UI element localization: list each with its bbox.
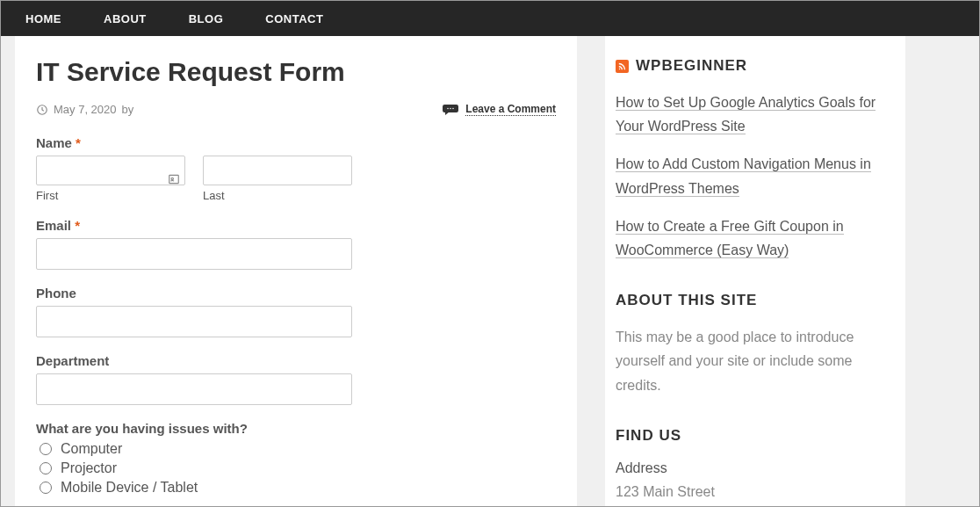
email-input[interactable] [36,238,352,270]
svg-point-5 [171,177,173,179]
phone-input[interactable] [36,306,352,337]
department-input[interactable] [36,373,352,405]
last-sublabel: Last [203,189,352,202]
first-sublabel: First [36,189,185,202]
svg-rect-4 [169,175,179,183]
issue-radio-projector[interactable] [40,462,52,474]
email-label: Email * [36,218,556,233]
svg-point-1 [448,107,450,109]
address-line1: 123 Main Street [616,480,891,503]
feed-link-1[interactable]: How to Add Custom Navigation Menus in Wo… [616,156,871,196]
feed-link-2[interactable]: How to Create a Free Gift Coupon in WooC… [616,219,844,258]
nav-home[interactable]: HOME [25,12,61,25]
contact-card-icon [168,173,180,185]
comment-icon [443,104,458,116]
issue-option-mobile: Mobile Device / Tablet [61,480,198,496]
leave-comment-link[interactable]: Leave a Comment [465,103,556,116]
last-name-input[interactable] [203,156,352,185]
top-nav: HOME ABOUT BLOG CONTACT [1,1,979,36]
post-by: by [122,103,134,116]
about-text: This may be a good place to introduce yo… [616,325,891,397]
issue-option-computer: Computer [61,441,122,457]
feed-link-0[interactable]: How to Set Up Google Analytics Goals for… [616,95,876,134]
main-content: IT Service Request Form May 7, 2020 by L… [15,36,577,506]
first-name-input[interactable] [36,156,185,185]
findus-title: FIND US [616,427,891,445]
rss-icon [616,60,629,73]
phone-label: Phone [36,286,556,301]
feed-title: WPBEGINNER [636,57,747,75]
widget-feed: WPBEGINNER How to Set Up Google Analytic… [616,57,905,262]
clock-icon [36,104,48,116]
about-title: ABOUT THIS SITE [616,292,891,309]
widget-about: ABOUT THIS SITE This may be a good place… [616,292,905,397]
issue-radio-computer[interactable] [40,443,52,455]
svg-point-3 [453,107,455,109]
name-label: Name * [36,135,556,150]
issue-radio-mobile[interactable] [40,482,52,494]
nav-blog[interactable]: BLOG [189,12,224,25]
page-title: IT Service Request Form [36,57,556,87]
nav-about[interactable]: ABOUT [104,12,147,25]
nav-contact[interactable]: CONTACT [265,12,323,25]
address-label: Address [616,460,891,476]
post-meta: May 7, 2020 by Leave a Comment [36,103,556,116]
address-line2: New York, NY 10001 [616,503,891,506]
widget-findus: FIND US Address 123 Main Street New York… [616,427,905,506]
sidebar: WPBEGINNER How to Set Up Google Analytic… [605,36,905,506]
issues-label: What are you having issues with? [36,421,556,436]
post-date: May 7, 2020 [54,103,117,116]
department-label: Department [36,353,556,368]
issue-option-projector: Projector [61,460,117,476]
svg-point-2 [450,107,452,109]
